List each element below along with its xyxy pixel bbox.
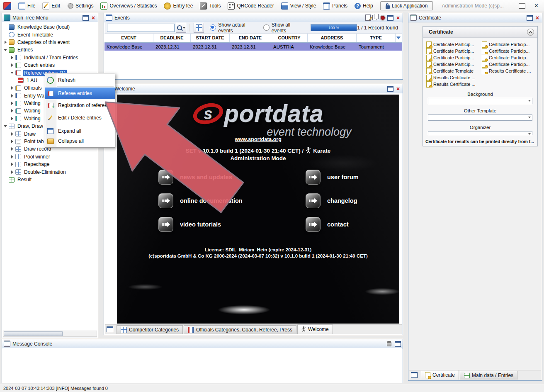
- certificate-item[interactable]: Certificate Template: [426, 68, 482, 74]
- table-row[interactable]: Knowledge Base 2023.12.31 2023.12.31 202…: [104, 43, 402, 51]
- maximize-icon[interactable]: [395, 341, 401, 347]
- certificate-item[interactable]: Results Certificate ...: [426, 81, 482, 88]
- collapse-arrow-icon[interactable]: [4, 49, 7, 51]
- tree-item-coach-entries[interactable]: Coach entries: [2, 61, 98, 69]
- expand-arrow-icon[interactable]: [5, 41, 7, 44]
- expand-arrow-icon[interactable]: [11, 140, 13, 143]
- menu-entry-fee[interactable]: Entry fee: [164, 2, 193, 10]
- events-search-input[interactable]: [107, 24, 175, 32]
- close-icon[interactable]: [90, 15, 96, 20]
- certificate-item[interactable]: Certificate Particip...: [482, 54, 537, 61]
- record-icon[interactable]: [380, 15, 386, 21]
- column-header-address[interactable]: ADDRESS: [308, 34, 357, 42]
- expand-arrow-icon[interactable]: [11, 109, 13, 112]
- background-dropdown[interactable]: [428, 98, 532, 104]
- sportdata-link[interactable]: www.sportdata.org: [235, 136, 282, 142]
- contact-button[interactable]: contact: [306, 217, 349, 232]
- certificate-item[interactable]: Certificate Particip...: [482, 48, 537, 54]
- certificate-item[interactable]: Certificate Particip...: [482, 61, 537, 68]
- collapse-section-button[interactable]: [527, 29, 534, 36]
- certificate-item[interactable]: Results Certificate ...: [482, 68, 537, 74]
- search-button[interactable]: [176, 23, 186, 33]
- radio-show-actual-events[interactable]: [210, 24, 216, 31]
- menu-item-collapse-all[interactable]: Collapse all: [45, 136, 115, 146]
- column-filter-icon[interactable]: [396, 37, 401, 39]
- maximize-icon[interactable]: [387, 86, 393, 92]
- menu-edit[interactable]: Edit: [42, 2, 60, 10]
- expand-arrow-icon[interactable]: [11, 56, 13, 59]
- copy-icon[interactable]: [372, 15, 377, 20]
- trash-icon[interactable]: [387, 341, 391, 346]
- expand-arrow-icon[interactable]: [11, 117, 13, 120]
- maximize-icon[interactable]: [387, 15, 393, 21]
- expand-arrow-icon[interactable]: [11, 170, 13, 174]
- window-restore-button[interactable]: [519, 3, 525, 9]
- expand-arrow-icon[interactable]: [11, 147, 13, 151]
- tree-item-result[interactable]: Result: [2, 176, 98, 183]
- expand-arrow-icon[interactable]: [11, 155, 13, 158]
- menu-settings[interactable]: Settings: [67, 3, 93, 9]
- news-updates-button[interactable]: news and updates: [158, 170, 232, 185]
- collapse-arrow-icon[interactable]: [4, 125, 7, 127]
- scrollbar-thumb[interactable]: [4, 331, 63, 336]
- other-template-dropdown[interactable]: [428, 114, 532, 121]
- column-header-event[interactable]: EVENT: [104, 34, 153, 42]
- advanced-search-button[interactable]: [194, 23, 204, 33]
- menu-item-expand-all[interactable]: Expand all: [45, 126, 115, 136]
- expand-arrow-icon[interactable]: [11, 102, 13, 105]
- tree-item-entries[interactable]: Entries: [2, 46, 98, 54]
- tree-item-event-timetable[interactable]: Event Timetable: [2, 31, 98, 38]
- horizontal-scrollbar[interactable]: [3, 331, 97, 337]
- menu-help[interactable]: Help: [355, 3, 373, 9]
- menu-panels[interactable]: Panels: [323, 2, 347, 10]
- menu-tools[interactable]: Tools: [200, 2, 221, 10]
- certificate-item[interactable]: Certificate Particip...: [482, 41, 537, 48]
- user-forum-button[interactable]: user forum: [306, 170, 359, 185]
- expand-arrow-icon[interactable]: [11, 86, 13, 90]
- certificate-item[interactable]: Certificate Particip...: [426, 61, 482, 68]
- tab-welcome[interactable]: Welcome: [297, 324, 333, 334]
- certificate-item[interactable]: Certificate Particip...: [426, 48, 482, 54]
- edit-event-icon[interactable]: [365, 15, 371, 21]
- tree-item-knowledge-base[interactable]: Knowledge Base (local): [2, 23, 98, 31]
- online-documentation-button[interactable]: online documentation: [158, 193, 243, 208]
- menu-overviews[interactable]: Overviews / Statistics: [100, 2, 157, 10]
- window-close-button[interactable]: [534, 3, 538, 8]
- changelog-button[interactable]: changelog: [306, 193, 357, 208]
- column-header-end-date[interactable]: END DATE: [230, 34, 271, 42]
- tree-item-individual-team-entries[interactable]: Individual / Team Entries: [2, 54, 98, 61]
- tab-certificate[interactable]: Certificate: [421, 370, 459, 380]
- video-tutorials-button[interactable]: video tutorials: [158, 217, 221, 232]
- radio-show-all-events[interactable]: [263, 24, 270, 31]
- column-header-country[interactable]: COUNTRY: [271, 34, 308, 42]
- column-header-deadline[interactable]: DEADLINE: [153, 34, 191, 42]
- tab-competitor-categories[interactable]: Competitor Categories: [117, 325, 183, 334]
- menu-file[interactable]: File: [18, 2, 35, 10]
- tab-main-data-entries[interactable]: Main data / Entries: [460, 371, 517, 380]
- restore-panel-icon[interactable]: [107, 326, 113, 332]
- tree-item-pool-winner[interactable]: Pool winner: [2, 153, 98, 161]
- expand-arrow-icon[interactable]: [11, 132, 13, 136]
- close-icon[interactable]: [395, 86, 401, 91]
- column-header-type[interactable]: TYPE: [357, 34, 396, 42]
- maximize-icon[interactable]: [83, 15, 89, 21]
- column-header-start-date[interactable]: START DATE: [191, 34, 230, 42]
- lock-application-button[interactable]: Lock Application: [380, 1, 433, 10]
- expand-arrow-icon[interactable]: [11, 163, 13, 166]
- certificate-item[interactable]: Certificate Particip...: [426, 41, 482, 48]
- restore-panel-icon[interactable]: [411, 372, 418, 378]
- tree-item-double-elimination[interactable]: Double-Elimination: [2, 168, 98, 175]
- close-icon[interactable]: [395, 15, 401, 20]
- close-icon[interactable]: [534, 15, 540, 20]
- collapse-arrow-icon[interactable]: [10, 72, 14, 74]
- tree-item-repechage[interactable]: Repechage: [2, 161, 98, 168]
- menu-qrcode[interactable]: QRCode Reader: [228, 2, 274, 10]
- menu-view-style[interactable]: View / Style: [281, 2, 316, 10]
- menu-item-edit-delete-entries[interactable]: Edit / Delete entries: [45, 112, 115, 124]
- tree-item-categories[interactable]: Categories of this event: [2, 39, 98, 46]
- maximize-icon[interactable]: [527, 15, 533, 21]
- menu-item-refresh[interactable]: Refresh: [45, 75, 115, 85]
- tab-officials-categories[interactable]: Officials Categories, Coach, Referee, Pr…: [184, 325, 296, 334]
- organizer-dropdown[interactable]: [428, 131, 532, 135]
- certificate-item[interactable]: Results Certificate ...: [426, 74, 482, 81]
